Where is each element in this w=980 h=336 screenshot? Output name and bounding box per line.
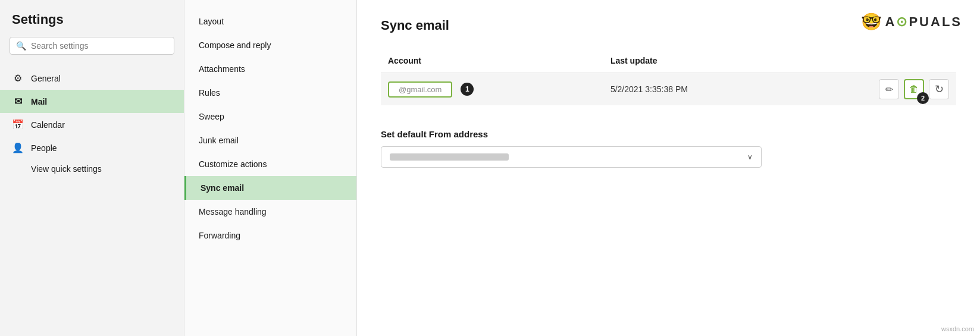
appuals-logo: 🤓 A⊙PUALS [861, 12, 962, 32]
sidebar-item-people[interactable]: 👤 People [0, 136, 184, 159]
sidebar-item-mail[interactable]: ✉ Mail [0, 90, 184, 113]
account-value: @gmail.com [399, 85, 442, 94]
sidebar-item-calendar[interactable]: 📅 Calendar [0, 113, 184, 136]
middle-item-forwarding[interactable]: Forwarding [184, 224, 356, 247]
middle-item-customize-actions[interactable]: Customize actions [184, 152, 356, 176]
last-update-cell: 5/2/2021 3:35:38 PM [563, 73, 803, 106]
default-from-dropdown[interactable]: ∨ [381, 146, 762, 168]
middle-item-compose-reply[interactable]: Compose and reply [184, 33, 356, 57]
middle-item-message-handling[interactable]: Message handling [184, 200, 356, 224]
edit-button[interactable]: ✏ [879, 79, 899, 99]
calendar-icon: 📅 [12, 119, 24, 130]
mail-icon: ✉ [12, 96, 24, 107]
table-row: @gmail.com 1 5/2/2021 3:35:38 PM ✏ 🗑 2 [381, 73, 956, 106]
refresh-button[interactable]: ↻ [929, 79, 949, 99]
sidebar-item-label-general: General [31, 74, 61, 83]
actions-cell: ✏ 🗑 2 ↻ [803, 73, 956, 106]
main-content: 🤓 A⊙PUALS Sync email Account Last update… [357, 0, 980, 336]
sidebar-title: Settings [0, 12, 184, 37]
logo-icon: 🤓 [861, 12, 883, 32]
view-quick-settings-link[interactable]: View quick settings [0, 159, 184, 178]
chevron-down-icon: ∨ [747, 153, 753, 161]
account-header: Account [381, 51, 563, 73]
search-icon: 🔍 [16, 41, 26, 51]
sidebar-item-label-people: People [31, 143, 57, 153]
middle-item-rules[interactable]: Rules [184, 81, 356, 105]
account-cell: @gmail.com 1 [381, 73, 563, 106]
people-icon: 👤 [12, 142, 24, 153]
gear-icon: ⚙ [12, 73, 24, 84]
logo-text: A⊙PUALS [885, 14, 962, 30]
callout-badge-1: 1 [461, 83, 474, 96]
last-update-header: Last update [563, 51, 803, 73]
sidebar-item-label-calendar: Calendar [31, 120, 65, 130]
middle-item-attachments[interactable]: Attachments [184, 57, 356, 81]
middle-panel: Layout Compose and reply Attachments Rul… [184, 0, 357, 336]
default-from-label: Set default From address [381, 129, 956, 139]
middle-item-sweep[interactable]: Sweep [184, 105, 356, 128]
sync-table: Account Last update @gmail.com 1 5/2/202… [381, 51, 956, 105]
dropdown-value [390, 153, 509, 161]
sidebar: Settings 🔍 ⚙ General ✉ Mail 📅 Calendar 👤… [0, 0, 184, 336]
watermark: wsxdn.com [941, 325, 974, 332]
callout-badge-2: 2 [917, 92, 929, 104]
delete-button[interactable]: 🗑 2 [904, 79, 924, 99]
sidebar-item-general[interactable]: ⚙ General [0, 67, 184, 90]
search-box[interactable]: 🔍 [10, 37, 174, 55]
account-badge: @gmail.com [388, 81, 452, 98]
middle-item-junk-email[interactable]: Junk email [184, 128, 356, 152]
search-input[interactable] [31, 41, 168, 51]
middle-item-sync-email[interactable]: Sync email [184, 176, 356, 200]
sidebar-item-label-mail: Mail [31, 97, 47, 106]
middle-item-layout[interactable]: Layout [184, 10, 356, 33]
